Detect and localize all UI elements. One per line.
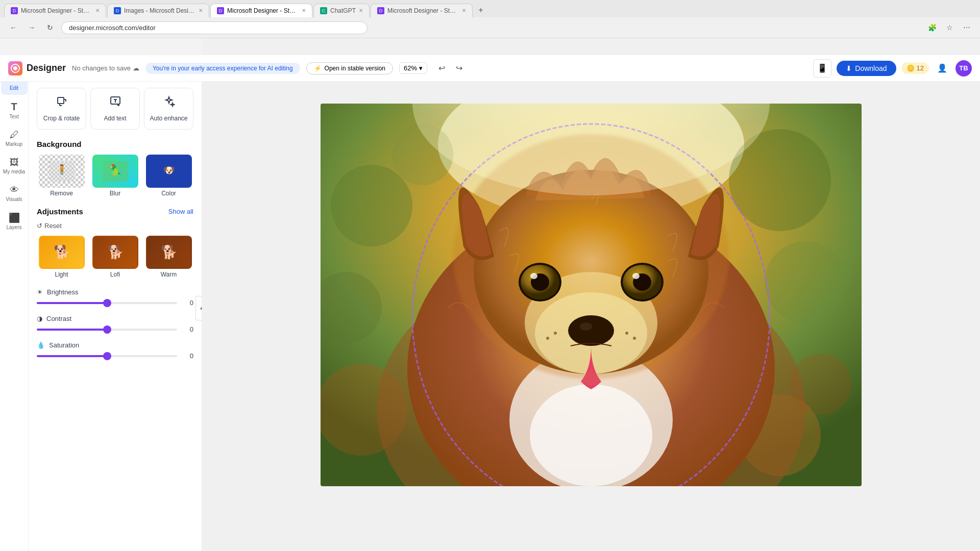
svg-text:🦜: 🦜 bbox=[109, 164, 121, 176]
sidebar-item-text[interactable]: T Text bbox=[1, 97, 28, 123]
sidebar-markup-label: Markup bbox=[6, 141, 22, 147]
tab-3[interactable]: D Microsoft Designer - Stunning... ✕ bbox=[210, 4, 312, 17]
phone-icon: 📱 bbox=[817, 63, 827, 73]
saturation-label: Saturation bbox=[49, 341, 79, 349]
ai-banner-text: You're in your early access experience f… bbox=[153, 65, 293, 72]
tab-3-label: Microsoft Designer - Stunning... bbox=[227, 7, 299, 14]
crop-rotate-card[interactable]: Crop & rotate bbox=[37, 88, 86, 130]
tab-4[interactable]: C ChatGPT ✕ bbox=[313, 4, 370, 17]
contrast-value: 0 bbox=[181, 325, 193, 333]
new-tab-button[interactable]: + bbox=[474, 3, 488, 17]
tab-2-favicon: D bbox=[114, 7, 121, 14]
redo-button[interactable]: ↪ bbox=[451, 60, 467, 77]
brightness-slider-row: 0 bbox=[37, 299, 193, 307]
tab-3-close[interactable]: ✕ bbox=[302, 8, 306, 13]
topbar-right: 📱 ⬇ Download 🪙 12 👤 TB bbox=[813, 59, 972, 78]
bg-color-card[interactable]: 🐶 Color bbox=[144, 155, 193, 197]
svg-point-40 bbox=[632, 273, 640, 279]
add-text-card[interactable]: Add text bbox=[90, 88, 140, 130]
brightness-label: Brightness bbox=[47, 288, 78, 296]
sidebar-item-visuals[interactable]: 👁 Visuals bbox=[1, 181, 28, 206]
sidebar-item-my-media[interactable]: 🖼 My media bbox=[1, 153, 28, 179]
contrast-slider[interactable] bbox=[37, 329, 177, 331]
adjustment-presets: 🐕 Light 🐕 Lofi 🐕 Warm bbox=[37, 236, 193, 278]
stable-icon: ⚡ bbox=[314, 65, 322, 72]
avatar[interactable]: TB bbox=[955, 60, 972, 77]
text-icon: T bbox=[11, 101, 17, 113]
saturation-icon: 💧 bbox=[37, 341, 45, 349]
tab-5-close[interactable]: ✕ bbox=[462, 8, 466, 13]
reload-button[interactable]: ↻ bbox=[43, 20, 57, 35]
bg-blur-thumb: 🦜 bbox=[92, 155, 138, 188]
sidebar-item-layers[interactable]: ⬛ Layers bbox=[1, 208, 28, 234]
address-bar: ← → ↻ 🧩 ☆ ⋯ bbox=[0, 17, 980, 38]
bg-remove-inner: 🧍 bbox=[40, 156, 84, 187]
svg-point-36 bbox=[530, 273, 537, 279]
saturation-label-row: 💧 Saturation bbox=[37, 341, 193, 349]
tab-4-favicon: C bbox=[320, 7, 327, 14]
quick-actions-grid: Crop & rotate Add text bbox=[37, 88, 193, 130]
share-button[interactable]: 👤 bbox=[934, 60, 950, 77]
back-button[interactable]: ← bbox=[6, 20, 20, 35]
sidebar-icons: ✏ Edit T Text 🖊 Markup 🖼 My media 👁 Visu… bbox=[0, 65, 29, 551]
bg-blur-card[interactable]: 🦜 Blur bbox=[90, 155, 140, 197]
coin-icon: 🪙 bbox=[906, 64, 915, 72]
sidebar-text-label: Text bbox=[9, 114, 18, 119]
svg-point-46 bbox=[633, 337, 636, 340]
tab-5[interactable]: D Microsoft Designer - Stunning... ✕ bbox=[371, 4, 473, 17]
sidebar-item-markup[interactable]: 🖊 Markup bbox=[1, 126, 28, 151]
tab-4-close[interactable]: ✕ bbox=[359, 8, 363, 13]
mobile-preview-button[interactable]: 📱 bbox=[813, 59, 831, 78]
panel-collapse-button[interactable]: ‹ bbox=[195, 296, 202, 320]
extensions-button[interactable]: 🧩 bbox=[925, 20, 939, 35]
download-button[interactable]: ⬇ Download bbox=[837, 61, 896, 76]
auto-enhance-label: Auto enhance bbox=[150, 115, 187, 122]
zoom-control[interactable]: 62% ▾ bbox=[399, 62, 427, 74]
preset-lofi[interactable]: 🐕 Lofi bbox=[90, 236, 140, 278]
preset-light-thumb: 🐕 bbox=[39, 236, 85, 269]
cloud-icon: ☁ bbox=[133, 64, 139, 72]
forward-button[interactable]: → bbox=[24, 20, 39, 35]
reset-icon: ↺ bbox=[37, 222, 42, 230]
left-panel: Quick actions Crop & rotate bbox=[29, 65, 202, 551]
reset-button[interactable]: ↺ Reset bbox=[37, 222, 62, 230]
preset-lofi-label: Lofi bbox=[110, 271, 120, 278]
saturation-thumb[interactable] bbox=[103, 352, 111, 360]
saturation-slider[interactable] bbox=[37, 355, 177, 357]
download-icon: ⬇ bbox=[846, 64, 852, 72]
show-all-button[interactable]: Show all bbox=[168, 208, 193, 215]
save-status: No changes to save ☁ bbox=[72, 64, 139, 72]
logo-area: Designer bbox=[8, 61, 66, 76]
tab-2-close[interactable]: ✕ bbox=[199, 8, 203, 13]
svg-point-41 bbox=[568, 315, 614, 346]
background-title: Background bbox=[37, 140, 193, 148]
undo-button[interactable]: ↩ bbox=[433, 60, 450, 77]
contrast-thumb[interactable] bbox=[103, 325, 111, 334]
undo-redo-group: ↩ ↪ bbox=[433, 60, 467, 77]
favorites-button[interactable]: ☆ bbox=[942, 20, 957, 35]
sidebar-visuals-label: Visuals bbox=[6, 196, 22, 202]
bg-color-label: Color bbox=[161, 190, 176, 197]
preset-light[interactable]: 🐕 Light bbox=[37, 236, 86, 278]
saturation-slider-row: 0 bbox=[37, 352, 193, 360]
svg-point-43 bbox=[554, 332, 557, 335]
brightness-slider[interactable] bbox=[37, 302, 177, 304]
tab-1-close[interactable]: ✕ bbox=[95, 8, 100, 13]
tab-2[interactable]: D Images - Microsoft Designer ✕ bbox=[107, 4, 209, 17]
contrast-label-row: ◑ Contrast bbox=[37, 315, 193, 322]
svg-point-42 bbox=[580, 322, 592, 331]
preset-warm[interactable]: 🐕 Warm bbox=[144, 236, 193, 278]
canvas-area[interactable] bbox=[202, 38, 980, 551]
contrast-label: Contrast bbox=[46, 315, 71, 322]
brightness-thumb[interactable] bbox=[103, 299, 111, 307]
app-main: ✏ Edit T Text 🖊 Markup 🖼 My media 👁 Visu… bbox=[0, 38, 980, 551]
app-title: Designer bbox=[27, 63, 66, 73]
open-stable-button[interactable]: ⚡ Open in stable version bbox=[306, 62, 393, 74]
add-text-label: Add text bbox=[104, 115, 126, 122]
address-input[interactable] bbox=[61, 21, 368, 34]
browser-menu-button[interactable]: ⋯ bbox=[960, 20, 974, 35]
bg-remove-card[interactable]: 🧍 Remove bbox=[37, 155, 86, 197]
adjustments-title: Adjustments bbox=[37, 207, 83, 216]
tab-1[interactable]: D Microsoft Designer - Stunning... ✕ bbox=[4, 4, 106, 17]
auto-enhance-card[interactable]: Auto enhance bbox=[144, 88, 193, 130]
